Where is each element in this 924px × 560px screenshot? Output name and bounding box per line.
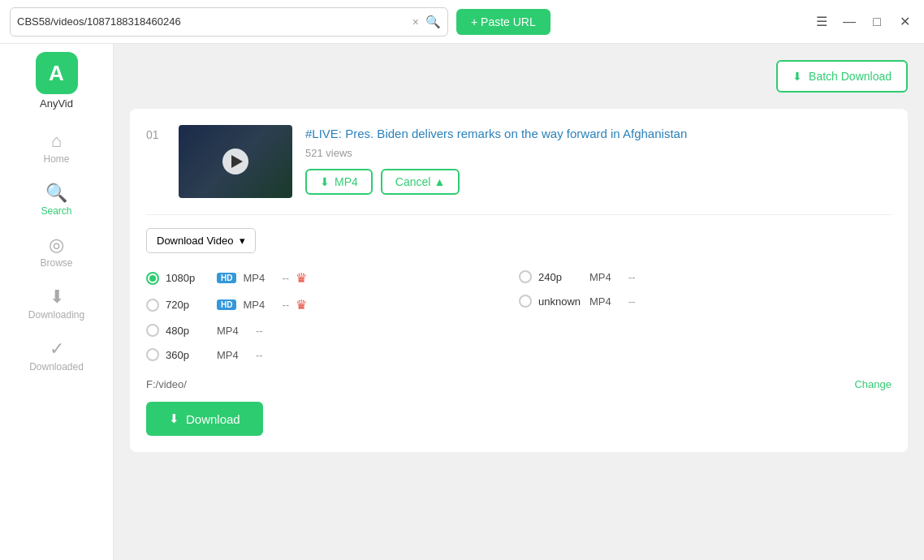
download-btn-label: Download — [186, 412, 240, 426]
window-controls: ☰ — □ ✕ — [812, 12, 914, 32]
format-label-360p: MP4 — [217, 349, 249, 361]
radio-240p[interactable] — [519, 270, 532, 283]
video-thumbnail[interactable] — [179, 125, 292, 198]
res-label-240p: 240p — [538, 271, 583, 283]
sidebar-item-search[interactable]: 🔍 Search — [0, 174, 113, 226]
cancel-label: Cancel — [395, 175, 431, 188]
titlebar: CBS58/videos/1087188318460246 × 🔍 + Past… — [0, 0, 924, 44]
res-label-unknown: unknown — [538, 295, 583, 308]
main-layout: A AnyVid ⌂ Home 🔍 Search ◎ Browse ⬇ Down… — [0, 44, 924, 560]
sidebar-item-search-label: Search — [41, 205, 71, 217]
paste-url-button[interactable]: + Paste URL — [456, 9, 551, 35]
resolution-row-1080p[interactable]: 1080p HD MP4 -- ♛ — [146, 266, 519, 290]
mp4-label: MP4 — [335, 175, 358, 188]
format-label-1080p: MP4 — [243, 272, 275, 284]
play-triangle-icon — [231, 155, 243, 168]
format-dropdown[interactable]: Download Video ▾ — [146, 228, 256, 253]
radio-720p[interactable] — [146, 299, 159, 312]
video-views: 521 views — [305, 147, 892, 159]
url-bar: CBS58/videos/1087188318460246 × 🔍 — [10, 7, 448, 37]
radio-360p[interactable] — [146, 348, 159, 361]
play-button[interactable] — [222, 149, 248, 174]
downloaded-icon: ✓ — [50, 340, 64, 358]
format-label-720p: MP4 — [243, 299, 275, 311]
resolution-row-240p[interactable]: 240p MP4 -- — [519, 266, 892, 287]
menu-button[interactable]: ☰ — [812, 12, 831, 32]
search-url-button[interactable]: 🔍 — [425, 15, 441, 29]
format-dropdown-label: Download Video — [157, 235, 233, 247]
download-button[interactable]: ⬇ Download — [146, 402, 263, 436]
video-header: 01 #LIVE: Pres. Biden delivers remarks o… — [146, 125, 892, 198]
resolution-grid: 1080p HD MP4 -- ♛ 720p HD MP4 -- — [146, 266, 892, 365]
radio-480p[interactable] — [146, 324, 159, 337]
sidebar-item-downloaded-label: Downloaded — [29, 361, 84, 373]
download-btn-icon: ⬇ — [169, 411, 179, 426]
res-label-480p: 480p — [166, 325, 210, 337]
home-icon: ⌂ — [51, 132, 62, 150]
video-title: #LIVE: Pres. Biden delivers remarks on t… — [305, 125, 892, 142]
video-index: 01 — [146, 125, 166, 141]
sidebar-item-home-label: Home — [43, 153, 69, 165]
res-label-1080p: 1080p — [166, 272, 210, 284]
thumbnail-bg — [179, 125, 292, 198]
chevron-up-icon: ▲ — [434, 175, 445, 188]
search-icon: 🔍 — [45, 184, 67, 202]
hd-badge-1080p: HD — [217, 273, 236, 283]
res-label-360p: 360p — [166, 349, 210, 361]
batch-download-label: Batch Download — [809, 70, 892, 83]
resolution-row-unknown[interactable]: unknown MP4 -- — [519, 291, 892, 312]
resolution-col-left: 1080p HD MP4 -- ♛ 720p HD MP4 -- — [146, 266, 519, 365]
sidebar-item-home[interactable]: ⌂ Home — [0, 123, 113, 174]
browse-icon: ◎ — [49, 236, 64, 254]
clear-url-button[interactable]: × — [411, 14, 421, 30]
crown-icon-720p: ♛ — [296, 297, 307, 312]
download-options: Download Video ▾ 1080p HD MP4 -- — [146, 214, 892, 436]
save-path: F:/video/ — [146, 378, 187, 390]
resolution-col-right: 240p MP4 -- unknown MP4 -- — [519, 266, 892, 365]
batch-download-button[interactable]: ⬇ Batch Download — [776, 60, 908, 93]
crown-icon-1080p: ♛ — [296, 270, 307, 286]
sidebar-item-downloading[interactable]: ⬇ Downloading — [0, 278, 113, 330]
format-label-unknown: MP4 — [589, 295, 622, 308]
sidebar-item-browse[interactable]: ◎ Browse — [0, 226, 113, 278]
downloading-icon: ⬇ — [50, 288, 64, 306]
app-logo: A — [36, 52, 78, 94]
format-label-480p: MP4 — [217, 325, 249, 337]
format-select-row: Download Video ▾ — [146, 228, 892, 253]
dash-720p: -- — [282, 299, 289, 311]
radio-unknown[interactable] — [519, 295, 532, 308]
dash-480p: -- — [256, 325, 263, 337]
video-info: #LIVE: Pres. Biden delivers remarks on t… — [305, 125, 892, 195]
mp4-download-button[interactable]: ⬇ MP4 — [305, 169, 373, 195]
chevron-down-icon: ▾ — [240, 235, 245, 247]
video-card: 01 #LIVE: Pres. Biden delivers remarks o… — [130, 109, 908, 452]
dash-360p: -- — [256, 349, 263, 361]
sidebar-item-downloading-label: Downloading — [28, 309, 84, 321]
download-arrow-icon: ⬇ — [320, 175, 330, 188]
change-path-link[interactable]: Change — [854, 378, 892, 390]
sidebar-item-downloaded[interactable]: ✓ Downloaded — [0, 330, 113, 382]
radio-1080p[interactable] — [146, 272, 159, 285]
video-actions: ⬇ MP4 Cancel ▲ — [305, 169, 892, 195]
close-button[interactable]: ✕ — [895, 12, 914, 32]
minimize-button[interactable]: — — [840, 12, 859, 32]
sidebar-item-browse-label: Browse — [40, 257, 72, 269]
batch-download-icon: ⬇ — [792, 70, 802, 83]
resolution-row-360p[interactable]: 360p MP4 -- — [146, 344, 519, 365]
sidebar: A AnyVid ⌂ Home 🔍 Search ◎ Browse ⬇ Down… — [0, 44, 114, 560]
format-label-240p: MP4 — [589, 271, 622, 283]
url-text: CBS58/videos/1087188318460246 — [17, 15, 406, 28]
paste-url-label: + Paste URL — [471, 15, 536, 28]
resolution-row-720p[interactable]: 720p HD MP4 -- ♛ — [146, 293, 519, 317]
dash-240p: -- — [628, 271, 636, 283]
res-label-720p: 720p — [166, 299, 210, 311]
app-name: AnyVid — [40, 97, 73, 110]
cancel-button[interactable]: Cancel ▲ — [381, 169, 460, 195]
content-area: ⬇ Batch Download 01 #LIVE: Pres. Biden d… — [114, 44, 924, 560]
maximize-button[interactable]: □ — [867, 12, 887, 32]
hd-badge-720p: HD — [217, 299, 236, 310]
dash-unknown: -- — [628, 295, 636, 308]
path-row: F:/video/ Change — [146, 378, 892, 390]
logo-letter: A — [49, 61, 64, 86]
resolution-row-480p[interactable]: 480p MP4 -- — [146, 320, 519, 341]
